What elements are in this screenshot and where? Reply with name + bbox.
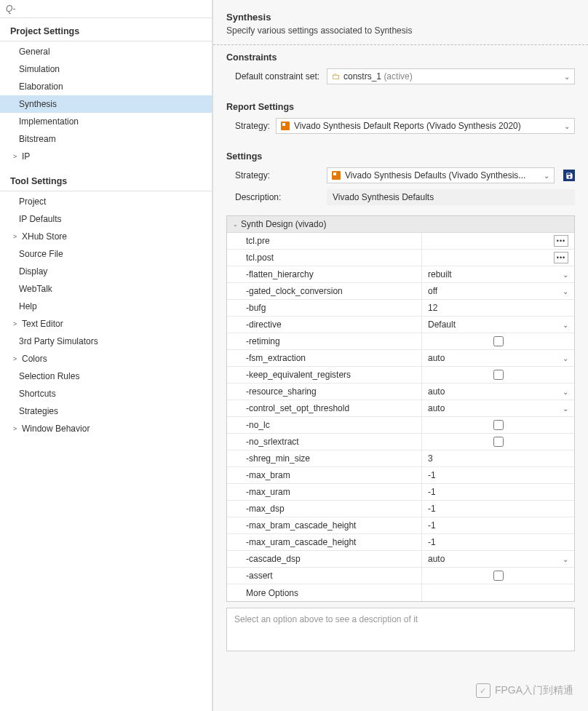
- property-checkbox[interactable]: [493, 336, 504, 346]
- sidebar-item-label: Selection Rules: [19, 371, 79, 381]
- property-value[interactable]: [422, 568, 574, 584]
- property-name: -flatten_hierarchy: [227, 266, 422, 282]
- property-value-text: auto: [428, 554, 563, 564]
- property-row[interactable]: -cascade_dspauto⌄: [227, 551, 574, 568]
- sidebar-item-general[interactable]: General: [0, 43, 212, 60]
- strategy-value: Vivado Synthesis Defaults (Vivado Synthe…: [345, 170, 539, 180]
- property-checkbox[interactable]: [493, 571, 504, 581]
- property-value[interactable]: -1: [422, 517, 574, 533]
- chevron-down-icon: ⌄: [563, 271, 568, 279]
- property-name: -no_lc: [227, 417, 422, 433]
- property-value[interactable]: 3: [422, 450, 574, 466]
- property-name: tcl.pre: [227, 233, 422, 249]
- property-row[interactable]: -bufg12: [227, 300, 574, 317]
- property-value[interactable]: -1: [422, 484, 574, 500]
- property-value[interactable]: -1: [422, 467, 574, 483]
- sidebar-item-simulation[interactable]: Simulation: [0, 60, 212, 78]
- sidebar-item-label: IP: [22, 151, 30, 162]
- property-row[interactable]: -max_bram-1: [227, 467, 574, 484]
- property-checkbox[interactable]: [493, 437, 504, 447]
- browse-button[interactable]: •••: [554, 235, 568, 247]
- property-value[interactable]: Default⌄: [422, 317, 574, 333]
- synth-design-group[interactable]: ⌄ Synth Design (vivado): [227, 216, 574, 233]
- sidebar-item-label: Project: [19, 196, 46, 207]
- property-value[interactable]: -1: [422, 534, 574, 550]
- property-value[interactable]: 12: [422, 300, 574, 316]
- folder-icon: 🗀: [332, 71, 341, 82]
- sidebar-item-elaboration[interactable]: Elaboration: [0, 78, 212, 95]
- save-button[interactable]: [563, 170, 575, 181]
- sidebar-item-selection-rules[interactable]: Selection Rules: [0, 368, 212, 385]
- property-row[interactable]: -max_uram_cascade_height-1: [227, 534, 574, 551]
- property-row[interactable]: -resource_sharingauto⌄: [227, 384, 574, 400]
- save-icon: [565, 172, 573, 180]
- property-row[interactable]: tcl.pre•••: [227, 233, 574, 250]
- property-value[interactable]: •••: [422, 250, 574, 266]
- property-row[interactable]: -directiveDefault⌄: [227, 317, 574, 333]
- constraint-set-dropdown[interactable]: 🗀 constrs_1 (active) ⌄: [327, 68, 575, 84]
- property-row[interactable]: -max_uram-1: [227, 484, 574, 501]
- search-container: [0, 0, 212, 18]
- sidebar-item-webtalk[interactable]: WebTalk: [0, 280, 212, 298]
- sidebar-item-synthesis[interactable]: Synthesis: [0, 95, 212, 113]
- sidebar-item-colors[interactable]: >Colors: [0, 350, 212, 368]
- property-row[interactable]: -no_srlextract: [227, 434, 574, 450]
- property-row[interactable]: -gated_clock_conversionoff⌄: [227, 283, 574, 300]
- sidebar-item-bitstream[interactable]: Bitstream: [0, 130, 212, 148]
- property-value[interactable]: rebuilt⌄: [422, 266, 574, 282]
- property-row[interactable]: -control_set_opt_thresholdauto⌄: [227, 400, 574, 417]
- settings-section: Settings Strategy: Vivado Synthesis Defa…: [213, 144, 588, 215]
- property-value[interactable]: auto⌄: [422, 350, 574, 366]
- property-value-text: rebuilt: [428, 269, 563, 279]
- property-value[interactable]: [422, 333, 574, 349]
- property-value[interactable]: [422, 367, 574, 383]
- sidebar-item-project[interactable]: Project: [0, 193, 212, 210]
- property-row[interactable]: -flatten_hierarchyrebuilt⌄: [227, 266, 574, 283]
- property-name: -max_uram_cascade_height: [227, 534, 422, 550]
- search-input[interactable]: [4, 2, 207, 15]
- sidebar-item-label: Elaboration: [19, 82, 63, 92]
- property-row[interactable]: -max_bram_cascade_height-1: [227, 517, 574, 534]
- property-row[interactable]: -shreg_min_size3: [227, 450, 574, 467]
- property-value[interactable]: auto⌄: [422, 551, 574, 567]
- property-row[interactable]: -assert: [227, 568, 574, 584]
- property-checkbox[interactable]: [493, 370, 504, 380]
- property-value[interactable]: •••: [422, 233, 574, 249]
- property-checkbox[interactable]: [493, 420, 504, 430]
- property-value[interactable]: [422, 584, 574, 601]
- property-value[interactable]: off⌄: [422, 283, 574, 299]
- property-row[interactable]: tcl.post•••: [227, 250, 574, 266]
- property-row[interactable]: -keep_equivalent_registers: [227, 367, 574, 384]
- chevron-right-icon: >: [13, 320, 19, 327]
- sidebar-item-ip[interactable]: >IP: [0, 148, 212, 165]
- sidebar-item-ip-defaults[interactable]: IP Defaults: [0, 210, 212, 228]
- property-row[interactable]: More Options: [227, 584, 574, 601]
- sidebar-item-label: Simulation: [19, 64, 60, 74]
- property-row[interactable]: -no_lc: [227, 417, 574, 434]
- browse-button[interactable]: •••: [554, 252, 568, 263]
- property-value[interactable]: auto⌄: [422, 400, 574, 416]
- sidebar-item-shortcuts[interactable]: Shortcuts: [0, 385, 212, 402]
- property-value-text: off: [428, 286, 563, 296]
- sidebar-item-implementation[interactable]: Implementation: [0, 113, 212, 130]
- chevron-right-icon: >: [13, 233, 19, 240]
- sidebar-item-xhub-store[interactable]: >XHub Store: [0, 228, 212, 245]
- sidebar-item-text-editor[interactable]: >Text Editor: [0, 315, 212, 333]
- sidebar-item-source-file[interactable]: Source File: [0, 245, 212, 263]
- property-row[interactable]: -fsm_extractionauto⌄: [227, 350, 574, 367]
- property-value[interactable]: [422, 434, 574, 450]
- sidebar-item-strategies[interactable]: Strategies: [0, 402, 212, 420]
- report-strategy-dropdown[interactable]: Vivado Synthesis Default Reports (Vivado…: [276, 118, 575, 134]
- property-value[interactable]: -1: [422, 501, 574, 517]
- sidebar-item-window-behavior[interactable]: >Window Behavior: [0, 420, 212, 437]
- property-row[interactable]: -max_dsp-1: [227, 501, 574, 517]
- sidebar-item-help[interactable]: Help: [0, 298, 212, 315]
- property-value[interactable]: [422, 417, 574, 433]
- description-value: Vivado Synthesis Defaults: [327, 189, 575, 205]
- property-row[interactable]: -retiming: [227, 333, 574, 350]
- sidebar-item-display[interactable]: Display: [0, 263, 212, 280]
- strategy-dropdown[interactable]: Vivado Synthesis Defaults (Vivado Synthe…: [327, 167, 555, 183]
- sidebar-item-3rd-party-simulators[interactable]: 3rd Party Simulators: [0, 333, 212, 350]
- property-value[interactable]: auto⌄: [422, 384, 574, 400]
- report-settings-title: Report Settings: [226, 102, 575, 112]
